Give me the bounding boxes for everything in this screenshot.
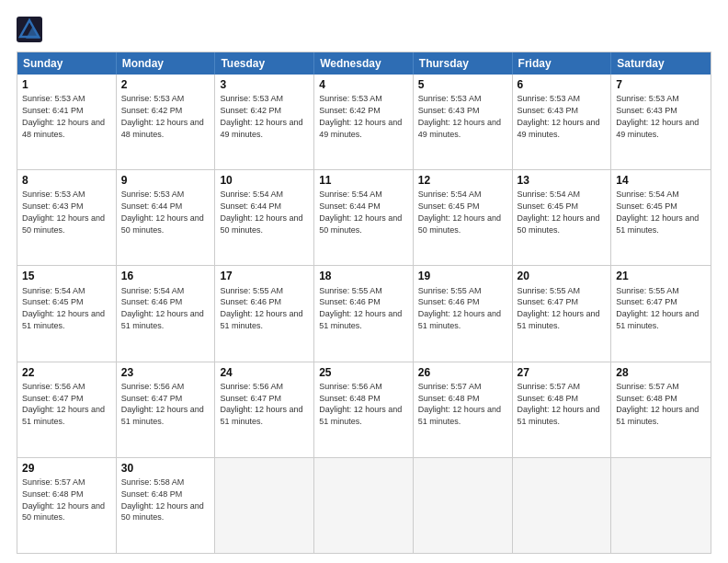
sun-info: Sunrise: 5:54 AMSunset: 6:45 PMDaylight:… — [22, 286, 105, 330]
calendar-row: 22 Sunrise: 5:56 AMSunset: 6:47 PMDaylig… — [17, 362, 711, 457]
calendar-header-day: Saturday — [611, 52, 711, 75]
calendar-cell — [215, 458, 314, 553]
calendar-cell: 2 Sunrise: 5:53 AMSunset: 6:42 PMDayligh… — [117, 75, 216, 169]
day-number: 8 — [22, 173, 111, 188]
sun-info: Sunrise: 5:54 AMSunset: 6:44 PMDaylight:… — [319, 190, 402, 234]
calendar-header-day: Wednesday — [314, 52, 414, 75]
calendar-cell: 9 Sunrise: 5:53 AMSunset: 6:44 PMDayligh… — [117, 170, 216, 265]
day-number: 22 — [22, 365, 111, 380]
calendar-cell — [513, 458, 612, 553]
calendar-cell: 19 Sunrise: 5:55 AMSunset: 6:46 PMDaylig… — [414, 266, 513, 361]
day-number: 25 — [319, 365, 408, 380]
calendar-cell — [611, 458, 711, 553]
calendar-cell: 7 Sunrise: 5:53 AMSunset: 6:43 PMDayligh… — [611, 75, 711, 169]
sun-info: Sunrise: 5:58 AMSunset: 6:48 PMDaylight:… — [121, 477, 204, 522]
sun-info: Sunrise: 5:56 AMSunset: 6:48 PMDaylight:… — [319, 382, 402, 426]
day-number: 15 — [22, 269, 111, 283]
day-number: 19 — [418, 269, 507, 283]
sun-info: Sunrise: 5:55 AMSunset: 6:47 PMDaylight:… — [616, 286, 699, 330]
calendar-cell: 3 Sunrise: 5:53 AMSunset: 6:42 PMDayligh… — [215, 75, 314, 169]
page: SundayMondayTuesdayWednesdayThursdayFrid… — [0, 0, 728, 563]
day-number: 16 — [121, 269, 210, 283]
sun-info: Sunrise: 5:57 AMSunset: 6:48 PMDaylight:… — [22, 477, 105, 522]
calendar-cell: 4 Sunrise: 5:53 AMSunset: 6:42 PMDayligh… — [314, 75, 414, 169]
sun-info: Sunrise: 5:53 AMSunset: 6:43 PMDaylight:… — [518, 94, 600, 138]
calendar-row: 15 Sunrise: 5:54 AMSunset: 6:45 PMDaylig… — [17, 265, 711, 361]
sun-info: Sunrise: 5:54 AMSunset: 6:45 PMDaylight:… — [518, 190, 600, 234]
day-number: 21 — [616, 269, 706, 283]
calendar-row: 29 Sunrise: 5:57 AMSunset: 6:48 PMDaylig… — [17, 457, 711, 553]
sun-info: Sunrise: 5:57 AMSunset: 6:48 PMDaylight:… — [616, 382, 699, 426]
calendar-cell: 22 Sunrise: 5:56 AMSunset: 6:47 PMDaylig… — [17, 362, 117, 457]
calendar-body: 1 Sunrise: 5:53 AMSunset: 6:41 PMDayligh… — [17, 75, 711, 553]
day-number: 23 — [121, 365, 210, 380]
calendar-header-day: Thursday — [414, 52, 513, 75]
day-number: 6 — [518, 77, 607, 92]
sun-info: Sunrise: 5:53 AMSunset: 6:44 PMDaylight:… — [121, 190, 204, 234]
calendar-cell: 11 Sunrise: 5:54 AMSunset: 6:44 PMDaylig… — [314, 170, 414, 265]
calendar-cell: 5 Sunrise: 5:53 AMSunset: 6:43 PMDayligh… — [414, 75, 513, 169]
day-number: 27 — [518, 365, 607, 380]
logo — [17, 17, 46, 42]
day-number: 30 — [121, 461, 210, 476]
header — [17, 17, 711, 42]
calendar-header-day: Tuesday — [215, 52, 314, 75]
day-number: 9 — [121, 173, 210, 188]
calendar: SundayMondayTuesdayWednesdayThursdayFrid… — [17, 52, 711, 554]
day-number: 20 — [518, 269, 607, 283]
day-number: 4 — [319, 77, 408, 92]
day-number: 7 — [616, 77, 706, 92]
calendar-cell: 28 Sunrise: 5:57 AMSunset: 6:48 PMDaylig… — [611, 362, 711, 457]
sun-info: Sunrise: 5:57 AMSunset: 6:48 PMDaylight:… — [418, 382, 501, 426]
sun-info: Sunrise: 5:55 AMSunset: 6:46 PMDaylight:… — [418, 286, 501, 330]
sun-info: Sunrise: 5:53 AMSunset: 6:42 PMDaylight:… — [121, 94, 204, 138]
calendar-cell: 27 Sunrise: 5:57 AMSunset: 6:48 PMDaylig… — [513, 362, 612, 457]
day-number: 3 — [220, 77, 309, 92]
sun-info: Sunrise: 5:53 AMSunset: 6:43 PMDaylight:… — [22, 190, 105, 234]
calendar-cell: 23 Sunrise: 5:56 AMSunset: 6:47 PMDaylig… — [117, 362, 216, 457]
sun-info: Sunrise: 5:53 AMSunset: 6:43 PMDaylight:… — [616, 94, 699, 138]
sun-info: Sunrise: 5:53 AMSunset: 6:42 PMDaylight:… — [319, 94, 402, 138]
calendar-cell: 25 Sunrise: 5:56 AMSunset: 6:48 PMDaylig… — [314, 362, 414, 457]
day-number: 11 — [319, 173, 408, 188]
logo-icon — [17, 17, 42, 42]
day-number: 10 — [220, 173, 309, 188]
sun-info: Sunrise: 5:54 AMSunset: 6:45 PMDaylight:… — [616, 190, 699, 234]
calendar-cell — [414, 458, 513, 553]
calendar-cell: 6 Sunrise: 5:53 AMSunset: 6:43 PMDayligh… — [513, 75, 612, 169]
calendar-cell: 20 Sunrise: 5:55 AMSunset: 6:47 PMDaylig… — [513, 266, 612, 361]
day-number: 24 — [220, 365, 309, 380]
calendar-cell: 8 Sunrise: 5:53 AMSunset: 6:43 PMDayligh… — [17, 170, 117, 265]
calendar-cell: 29 Sunrise: 5:57 AMSunset: 6:48 PMDaylig… — [17, 458, 117, 553]
day-number: 28 — [616, 365, 706, 380]
sun-info: Sunrise: 5:55 AMSunset: 6:46 PMDaylight:… — [319, 286, 402, 330]
calendar-cell: 16 Sunrise: 5:54 AMSunset: 6:46 PMDaylig… — [117, 266, 216, 361]
calendar-cell: 1 Sunrise: 5:53 AMSunset: 6:41 PMDayligh… — [17, 75, 117, 169]
sun-info: Sunrise: 5:56 AMSunset: 6:47 PMDaylight:… — [22, 382, 105, 426]
sun-info: Sunrise: 5:55 AMSunset: 6:47 PMDaylight:… — [518, 286, 600, 330]
calendar-cell — [314, 458, 414, 553]
calendar-header-day: Sunday — [17, 52, 117, 75]
calendar-row: 1 Sunrise: 5:53 AMSunset: 6:41 PMDayligh… — [17, 75, 711, 169]
day-number: 1 — [22, 77, 111, 92]
sun-info: Sunrise: 5:53 AMSunset: 6:42 PMDaylight:… — [220, 94, 302, 138]
sun-info: Sunrise: 5:53 AMSunset: 6:43 PMDaylight:… — [418, 94, 501, 138]
calendar-cell: 15 Sunrise: 5:54 AMSunset: 6:45 PMDaylig… — [17, 266, 117, 361]
sun-info: Sunrise: 5:56 AMSunset: 6:47 PMDaylight:… — [220, 382, 302, 426]
calendar-cell: 18 Sunrise: 5:55 AMSunset: 6:46 PMDaylig… — [314, 266, 414, 361]
sun-info: Sunrise: 5:56 AMSunset: 6:47 PMDaylight:… — [121, 382, 204, 426]
calendar-cell: 14 Sunrise: 5:54 AMSunset: 6:45 PMDaylig… — [611, 170, 711, 265]
day-number: 14 — [616, 173, 706, 188]
calendar-row: 8 Sunrise: 5:53 AMSunset: 6:43 PMDayligh… — [17, 169, 711, 265]
day-number: 5 — [418, 77, 507, 92]
day-number: 2 — [121, 77, 210, 92]
day-number: 17 — [220, 269, 309, 283]
day-number: 13 — [518, 173, 607, 188]
calendar-cell: 12 Sunrise: 5:54 AMSunset: 6:45 PMDaylig… — [414, 170, 513, 265]
day-number: 26 — [418, 365, 507, 380]
day-number: 12 — [418, 173, 507, 188]
day-number: 18 — [319, 269, 408, 283]
sun-info: Sunrise: 5:54 AMSunset: 6:44 PMDaylight:… — [220, 190, 302, 234]
sun-info: Sunrise: 5:54 AMSunset: 6:46 PMDaylight:… — [121, 286, 204, 330]
calendar-header: SundayMondayTuesdayWednesdayThursdayFrid… — [17, 52, 711, 75]
